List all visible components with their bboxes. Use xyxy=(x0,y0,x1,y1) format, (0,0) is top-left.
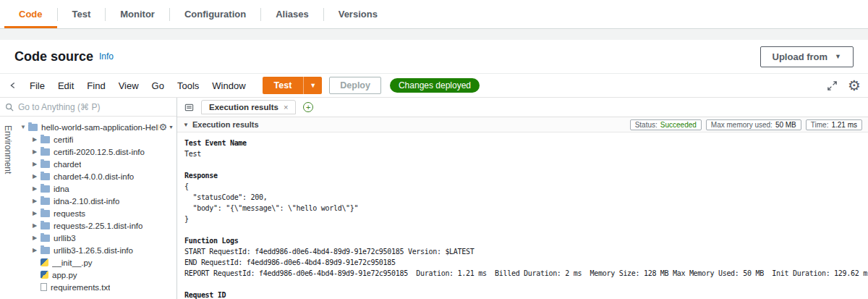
log-line: "statusCode": 200, xyxy=(184,192,861,203)
tree-item-idna[interactable]: ▶idna xyxy=(16,182,176,195)
goto-anything-input[interactable] xyxy=(18,102,171,112)
close-tab-icon[interactable]: × xyxy=(284,103,288,111)
chevron-icon[interactable]: ▶ xyxy=(33,148,41,155)
tree-item-label: __init__.py xyxy=(52,258,93,267)
tree-item-init-py[interactable]: __init__.py xyxy=(16,256,176,269)
menu-edit[interactable]: Edit xyxy=(51,80,80,91)
result-section-request-id: Request IDf4edd986-d0e6-4bd4-89d9-91e72c… xyxy=(184,290,861,299)
collapse-sidebar-icon[interactable] xyxy=(7,80,19,91)
chevron-icon[interactable]: ▼ xyxy=(20,124,28,130)
result-section-test-event-name: Test Event NameTest xyxy=(184,138,861,159)
chevron-icon[interactable]: ▶ xyxy=(33,173,41,180)
tree-item-requests-2-25-1-dist-info[interactable]: ▶requests-2.25.1.dist-info xyxy=(16,219,176,232)
log-line: } xyxy=(184,214,861,224)
tree-item-label: requirements.txt xyxy=(51,283,110,292)
execution-results-title: Execution results xyxy=(192,120,259,129)
test-dropdown-caret[interactable]: ▼ xyxy=(303,77,322,94)
badge-label: Max memory used: xyxy=(711,121,773,129)
tree-item-label: idna-2.10.dist-info xyxy=(54,197,119,206)
function-tabs: CodeTestMonitorConfigurationAliasesVersi… xyxy=(0,0,868,29)
changes-deployed-badge: Changes deployed xyxy=(390,78,480,93)
chevron-icon[interactable]: ▶ xyxy=(33,198,41,204)
file-explorer-sidebar: Environment ▼hello-world-sam-application… xyxy=(0,98,177,299)
lambda-console: CodeTestMonitorConfigurationAliasesVersi… xyxy=(0,0,868,299)
log-line: { xyxy=(184,181,861,192)
log-line: REPORT RequestId: f4edd986-d0e6-4bd4-89d… xyxy=(184,268,861,279)
tree-item-app-py[interactable]: app.py xyxy=(16,269,176,281)
menu-tools[interactable]: Tools xyxy=(171,80,205,91)
folder-icon xyxy=(41,173,50,180)
info-link[interactable]: Info xyxy=(99,51,114,62)
menu-find[interactable]: Find xyxy=(80,80,111,91)
chevron-icon[interactable]: ▶ xyxy=(33,161,41,167)
tree-item-label: idna xyxy=(54,185,69,193)
chevron-icon[interactable]: ▶ xyxy=(33,247,41,253)
menu-window[interactable]: Window xyxy=(205,80,252,91)
deploy-button[interactable]: Deploy xyxy=(329,77,381,94)
test-button[interactable]: Test xyxy=(263,77,304,94)
folder-icon xyxy=(41,247,50,254)
fullscreen-icon[interactable] xyxy=(827,80,838,91)
environment-tab[interactable]: Environment xyxy=(3,125,13,299)
tab-test[interactable]: Test xyxy=(58,0,106,28)
chevron-icon[interactable]: ▶ xyxy=(33,210,41,216)
new-tab-button[interactable]: + xyxy=(303,102,313,112)
tab-code[interactable]: Code xyxy=(4,0,57,28)
editor-tab-strip: Execution results × + xyxy=(177,98,868,117)
tree-item-label: chardet-4.0.0.dist-info xyxy=(54,172,134,181)
tab-versions[interactable]: Versions xyxy=(324,0,392,28)
badge-time: Time:1.21 ms xyxy=(806,119,862,130)
upload-from-label: Upload from xyxy=(773,51,828,62)
chevron-icon[interactable]: ▶ xyxy=(33,222,41,229)
tree-item-certifi-2020-12-5-dist-info[interactable]: ▶certifi-2020.12.5.dist-info xyxy=(16,146,176,158)
folder-settings[interactable]: ⚙▼ xyxy=(158,122,174,132)
chevron-icon[interactable]: ▶ xyxy=(33,185,41,192)
section-title: Response xyxy=(184,170,861,181)
tree-item-label: hello-world-sam-application-HelloWorl xyxy=(41,123,158,132)
search-icon xyxy=(5,103,14,111)
tab-aliases[interactable]: Aliases xyxy=(261,0,323,28)
execution-results-header[interactable]: ▼ Execution results Status:SucceededMax … xyxy=(177,117,868,132)
tree-item-label: certifi xyxy=(54,135,73,144)
tree-item-urllib3-1-26-5-dist-info[interactable]: ▶urllib3-1.26.5.dist-info xyxy=(16,244,176,256)
folder-icon xyxy=(41,235,50,242)
tab-configuration[interactable]: Configuration xyxy=(170,0,260,28)
settings-gear-icon[interactable]: ⚙ xyxy=(848,78,861,93)
page-title: Code source xyxy=(14,49,93,64)
folder-icon xyxy=(41,222,50,229)
ide-body: Environment ▼hello-world-sam-application… xyxy=(0,98,868,299)
tree-item-label: certifi-2020.12.5.dist-info xyxy=(54,148,145,156)
chevron-icon[interactable]: ▶ xyxy=(33,235,41,241)
tree-item-urllib3[interactable]: ▶urllib3 xyxy=(16,232,176,244)
tree-item-label: urllib3 xyxy=(54,234,76,243)
result-section-response: Response{ "statusCode": 200, "body": "{\… xyxy=(184,170,861,224)
menu-file[interactable]: File xyxy=(23,80,51,91)
tree-item-label: urllib3-1.26.5.dist-info xyxy=(54,246,133,255)
tree-item-label: requests-2.25.1.dist-info xyxy=(54,222,142,230)
tree-item-label: requests xyxy=(54,209,85,218)
tree-item-certifi[interactable]: ▶certifi xyxy=(16,133,176,146)
folder-icon xyxy=(41,161,50,168)
badge-value: Succeeded xyxy=(660,121,697,129)
tab-execution-results[interactable]: Execution results × xyxy=(201,100,296,114)
test-split-button: Test ▼ xyxy=(263,77,323,94)
tree-item-requests[interactable]: ▶requests xyxy=(16,207,176,219)
tree-item-chardet-4-0-0-dist-info[interactable]: ▶chardet-4.0.0.dist-info xyxy=(16,170,176,182)
goto-anything-bar xyxy=(0,98,176,117)
tree-item-hello-world-sam-application-helloworl[interactable]: ▼hello-world-sam-application-HelloWorl⚙▼ xyxy=(16,121,176,133)
menu-view[interactable]: View xyxy=(112,80,145,91)
result-badges: Status:SucceededMax memory used:50 MBTim… xyxy=(630,119,862,130)
code-source-panel: Code source Info Upload from ▼ FileEditF… xyxy=(0,40,868,299)
badge-status: Status:Succeeded xyxy=(630,119,702,130)
menu-go[interactable]: Go xyxy=(145,80,171,91)
chevron-icon[interactable]: ▶ xyxy=(33,136,41,143)
tree-item-idna-2-10-dist-info[interactable]: ▶idna-2.10.dist-info xyxy=(16,195,176,207)
upload-from-button[interactable]: Upload from ▼ xyxy=(760,46,854,67)
collapse-caret-icon: ▼ xyxy=(183,122,189,128)
tab-monitor[interactable]: Monitor xyxy=(106,0,169,28)
tab-list-icon[interactable] xyxy=(184,103,194,112)
tree-item-chardet[interactable]: ▶chardet xyxy=(16,158,176,170)
tree-item-label: app.py xyxy=(52,271,77,279)
log-line: START RequestId: f4edd986-d0e6-4bd4-89d9… xyxy=(184,246,861,257)
tree-item-requirements-txt[interactable]: requirements.txt xyxy=(16,281,176,293)
